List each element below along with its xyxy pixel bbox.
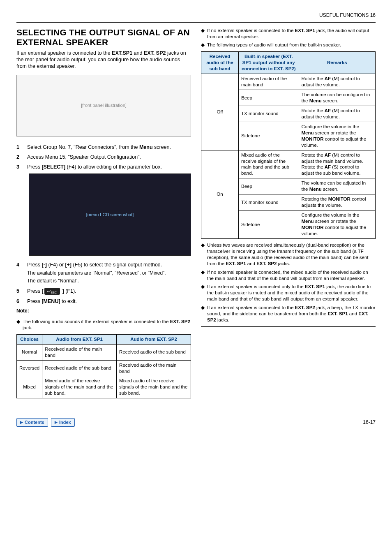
step-number: 2 [16, 154, 22, 160]
note-text: The following audio sounds if the extern… [23, 319, 191, 331]
table-row: Mixed Mixed audio of the receive signals… [17, 376, 191, 398]
table-cell: Configure the volume in the Menu screen … [299, 122, 376, 150]
text-bold: Menu [139, 144, 153, 150]
text: Press [27, 262, 42, 268]
table-cell: The volume can be configured in the Menu… [299, 90, 376, 106]
button-label: Index [59, 419, 71, 425]
text-bold: AF [325, 164, 331, 169]
table-row: Off Received audio of the main band Rota… [201, 74, 376, 90]
text-bold: MONITOR [302, 136, 324, 141]
text-bold: AF [325, 153, 331, 157]
text: If an external speaker is connected only… [207, 284, 305, 289]
text-bold: EXT. SP2 [295, 305, 315, 310]
table-header-row: Choices Audio from EXT. SP1 Audio from E… [17, 334, 191, 344]
table-header: Built-in speaker (EXT. SP1 output withou… [239, 52, 299, 74]
contents-button[interactable]: ▶Contents [16, 418, 48, 426]
text-bold: EXT. SP2 [144, 50, 166, 56]
text: The following audio sounds if the extern… [23, 319, 170, 324]
text-bold: EXT. SP2 [256, 261, 277, 266]
table-header: Audio from EXT. SP2 [117, 334, 191, 344]
procedure-steps-continued: 4 Press [-] (F4) or [+] (F5) to select t… [16, 261, 191, 305]
note-list-right-bottom: ◆ Unless two waves are received simultan… [201, 242, 376, 323]
text: jack. [23, 325, 32, 330]
text-bold: Menu [309, 98, 322, 103]
note-item: ◆ The following types of audio will outp… [201, 42, 376, 48]
intro-paragraph: If an external speaker is connected to t… [16, 50, 191, 70]
step-body: Select Group No. 7, "Rear Connectors", f… [27, 144, 191, 150]
table-cell: Rotate the AF (M) control to adjust the … [299, 150, 376, 178]
text: and [132, 50, 144, 56]
note-item: ◆ If no external speaker is connected, t… [201, 269, 376, 282]
text: (F4) to allow editing of the parameter b… [65, 164, 162, 170]
table-cell: Mixed audio of the receive signals of th… [239, 150, 299, 178]
text: Rotate the [302, 153, 325, 157]
table-row: Reversed Received audio of the sub band … [17, 360, 191, 376]
step-1: 1 Select Group No. 7, "Rear Connectors",… [16, 144, 191, 150]
table-cell: Received audio of the main band [117, 360, 191, 376]
step-body: Access Menu 15, "Speaker Output Configur… [27, 154, 191, 160]
text-bold: EXT. SP2 [170, 319, 190, 324]
table-cell: Rotating the MONITOR control adjusts the… [299, 194, 376, 210]
text: screen. [322, 187, 339, 192]
diamond-bullet-icon: ◆ [201, 242, 205, 267]
note-text: If no external speaker is connected, the… [207, 269, 376, 282]
section-title: SELECTING THE OUTPUT SIGNAL OF AN EXTERN… [16, 28, 191, 47]
text: If no external speaker is connected to t… [207, 28, 295, 33]
table-cell: Rotate the AF (M) control to adjust the … [299, 74, 376, 90]
builtin-speaker-table: Received audio of the sub band Built-in … [201, 51, 376, 238]
text-bold: EXT. SP1 [327, 311, 348, 316]
text-bold: Menu [302, 219, 314, 224]
text: Select Group No. 7, "Rear Connectors", f… [27, 144, 139, 150]
table-cell-group: On [201, 150, 239, 238]
procedure-steps: 1 Select Group No. 7, "Rear Connectors",… [16, 144, 191, 171]
table-row: Normal Received audio of the main band R… [17, 344, 191, 360]
text: jacks. [216, 317, 230, 322]
page-footer: ▶Contents ▶Index 16-17 [16, 418, 376, 426]
step-body: Press [-] (F4) or [+] (F5) to select the… [27, 261, 191, 284]
table-cell: Received audio of the sub band [42, 360, 117, 376]
note-text: Unless two waves are received simultaneo… [207, 242, 376, 267]
note-text: If no external speaker is connected to t… [207, 28, 376, 40]
text: Rotate the [302, 108, 325, 113]
text: Press [27, 164, 42, 170]
front-panel-illustration: [front panel illustration] [16, 75, 191, 136]
text-bold: AF [325, 76, 331, 81]
header-rule [16, 22, 376, 23]
page-number: 16-17 [363, 419, 376, 426]
diamond-bullet-icon: ◆ [16, 319, 20, 331]
note-text: If an external speaker is connected only… [207, 284, 376, 302]
text: Configure the volume in the [302, 213, 360, 217]
text-bold: EXT. SP1 [305, 284, 325, 289]
text-bold: MONITOR [328, 197, 350, 201]
index-button[interactable]: ▶Index [51, 418, 75, 426]
step-5: 5 Press [⮐ESC ] (F1). [16, 288, 191, 295]
text: Rotating the [302, 197, 328, 201]
text: (F5) to select the signal output method. [71, 262, 162, 268]
note-item: ◆ If an external speaker is connected to… [201, 305, 376, 323]
table-cell: Mixed audio of the receive signals of th… [42, 376, 117, 398]
note-item: ◆ The following audio sounds if the exte… [16, 319, 191, 331]
sub-paragraph: The default is "Normal". [27, 278, 191, 284]
text-bold: [-] [42, 262, 47, 268]
diamond-bullet-icon: ◆ [201, 28, 205, 40]
right-column: ◆ If no external speaker is connected to… [201, 28, 376, 402]
step-number: 3 [16, 164, 22, 170]
table-cell: Beep [239, 178, 299, 194]
note-item: ◆ If no external speaker is connected to… [201, 28, 376, 40]
text-bold: [ [42, 288, 43, 294]
text: and [348, 311, 359, 316]
sub-paragraph: The available parameters are "Normal", "… [27, 270, 191, 277]
text: Rotate the [302, 76, 325, 81]
text: jacks. [277, 261, 290, 266]
table-cell: Sidetone [239, 122, 299, 150]
diamond-bullet-icon: ◆ [201, 269, 205, 282]
diamond-bullet-icon: ◆ [201, 42, 205, 48]
page-header: USEFUL FUNCTIONS 16 [16, 12, 376, 19]
note-item: ◆ Unless two waves are received simultan… [201, 242, 376, 267]
text: If an external speaker is connected to t… [207, 305, 295, 310]
table-cell: Rotate the AF (M) control to adjust the … [299, 106, 376, 122]
table-header: Received audio of the sub band [201, 52, 239, 74]
table-row: On Mixed audio of the receive signals of… [201, 150, 376, 178]
step-4: 4 Press [-] (F4) or [+] (F5) to select t… [16, 261, 191, 284]
note-list-left: ◆ The following audio sounds if the exte… [16, 319, 191, 331]
